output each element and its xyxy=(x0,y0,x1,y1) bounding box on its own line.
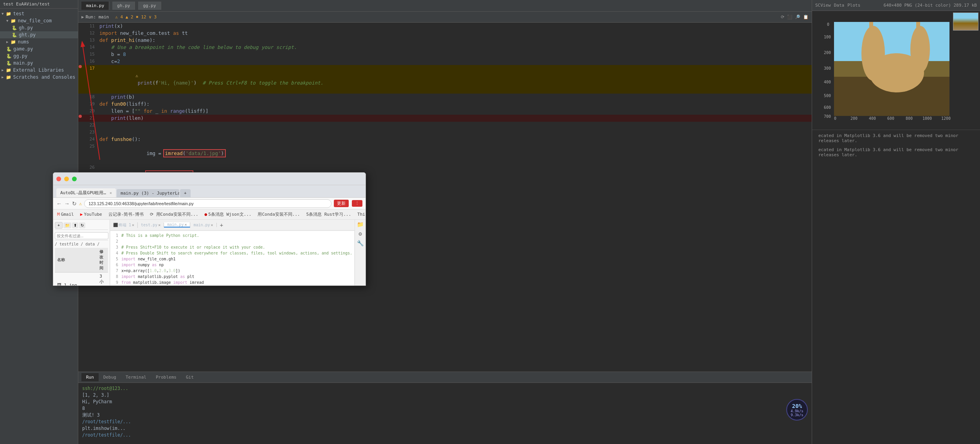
jupyter-upload-btn[interactable]: ⬆ xyxy=(72,222,78,228)
svg-text:200: 200 xyxy=(824,51,831,55)
jupyter-add-tab-btn[interactable]: + xyxy=(217,222,226,228)
jupyter-tabs: + 📁 ⬆ ↻ xyxy=(55,221,108,230)
expand-arrow: ▼ xyxy=(2,12,4,16)
lc-24: def funshoe(): xyxy=(98,136,812,143)
more-btn[interactable]: ⋮ xyxy=(352,200,362,207)
code-line-15: 15 b = 8 xyxy=(78,51,812,58)
jcode-3: 3# Press Shift+F10 to execute it or repl… xyxy=(112,244,353,250)
tree-item-scratches[interactable]: ▶ 📁 Scratches and Consoles xyxy=(0,74,78,81)
tab-main-py[interactable]: main.py xyxy=(81,2,109,10)
browser-min-btn[interactable] xyxy=(64,177,69,181)
tree-item-game[interactable]: 🐍 game.py xyxy=(0,45,78,52)
py-icon-4: 🐍 xyxy=(6,54,12,59)
browser-tab-label-2: main.py (3) - JupyterLab xyxy=(121,191,179,196)
browser-window: AutoDL-晶晨GPU租用平台-毕... ✕ main.py (3) - Ju… xyxy=(53,172,366,286)
jcode-6: 6import numpy as np xyxy=(112,262,353,268)
bookmark-yunjilu-label: 云记录-简书-博书 xyxy=(108,211,144,217)
jupyter-new-btn[interactable]: + xyxy=(55,222,63,229)
jupyter-tab-mainpy2[interactable]: main.py ✕ xyxy=(190,223,216,227)
bookmark-conda[interactable]: ⟳ 用Conda安装不同... xyxy=(148,211,200,218)
lc-18: print(b) xyxy=(98,94,812,101)
tree-item-test[interactable]: ▼ 📁 test xyxy=(0,10,78,17)
browser-tab-new[interactable]: + xyxy=(180,189,191,197)
bookmark-5msg[interactable]: ● 5条消息 Wjson文... xyxy=(203,211,253,218)
tree-label-10: Scratches and Consoles xyxy=(13,74,75,80)
image-info: 640×480 PNG (24-bit color) 289.17 kB xyxy=(884,3,977,8)
term-tab-run[interactable]: Run xyxy=(81,373,99,381)
code-line-19: 19 def fun00(lisff): xyxy=(78,101,812,108)
jupyter-tab-mainpy1[interactable]: main.py ✕ xyxy=(164,222,190,227)
jupyter-tab-terminal[interactable]: ⬛ 终端 1 ✕ xyxy=(110,222,138,228)
jcode-4: 4# Press Double Shift to search everywhe… xyxy=(112,250,353,256)
terminal-line-3: Hi, PyCharm xyxy=(82,399,808,405)
svg-text:300: 300 xyxy=(824,66,831,70)
terminal-line-6: /root/testfile/... xyxy=(82,419,808,425)
bookmark-conda2[interactable]: 用Conda安装不同... xyxy=(256,211,301,218)
jupyter-icon-2[interactable]: ⚙ xyxy=(358,231,362,237)
svg-text:1000: 1000 xyxy=(922,116,932,121)
tree-item-external-libs[interactable]: ▶ 📁 External Libraries xyxy=(0,67,78,74)
nav-refresh-btn[interactable]: ↻ xyxy=(72,200,77,207)
jupyter-folder-btn[interactable]: 📁 xyxy=(63,222,71,228)
bookmark-5msg-label: 5条消息 Wjson文... xyxy=(208,211,251,217)
browser-tab-jupyter[interactable]: main.py (3) - JupyterLab ✕ xyxy=(117,189,179,197)
term-tab-terminal[interactable]: Terminal xyxy=(121,373,151,381)
lc-15: b = 8 xyxy=(98,51,812,58)
tree-item-nums[interactable]: ▶ 📁 nums xyxy=(0,38,78,45)
code-line-11: 11 print(x) xyxy=(78,23,812,30)
jupyter-tab-terminal-close[interactable]: ✕ xyxy=(132,223,134,227)
lc-25: img = imread('data/1.jpg') xyxy=(98,143,812,164)
tab-gh-py[interactable]: gh.py xyxy=(112,2,135,10)
code-line-18: 18 print(b) xyxy=(78,94,812,101)
jupyter-icon-3[interactable]: 🔧 xyxy=(357,240,364,246)
bookmark-package[interactable]: This package requ... xyxy=(356,211,366,218)
term-tab-problems[interactable]: Problems xyxy=(151,373,181,381)
bookmark-youtube-label: YouTube xyxy=(84,212,102,217)
code-line-13: 13 def print_hi(name): xyxy=(78,37,812,44)
gmail-icon: M xyxy=(57,212,60,217)
svg-text:0: 0 xyxy=(834,116,836,121)
expand-arrow-3: ▶ xyxy=(6,40,8,44)
browser-max-btn[interactable] xyxy=(72,177,77,181)
nav-back-btn[interactable]: ← xyxy=(56,200,62,207)
data-label: Data xyxy=(834,3,845,8)
jupyter-icon-1[interactable]: 📁 xyxy=(357,221,364,227)
tree-item-gh[interactable]: 🐍 gh.py xyxy=(0,24,78,31)
msg-icon: ● xyxy=(205,212,207,217)
jupyter-tab-testpy-label: test.py xyxy=(141,223,157,227)
jupyter-search-input[interactable] xyxy=(55,232,108,239)
tree-item-ght[interactable]: 🐍 ght.py xyxy=(0,31,78,38)
bookmark-youtube[interactable]: ▶ YouTube xyxy=(79,211,104,218)
nav-forward-btn[interactable]: → xyxy=(64,200,70,207)
bookmark-rust[interactable]: 5条消息 Rust学习... xyxy=(304,211,353,218)
jcode-8: 8import matplotlib.pyplot as plt xyxy=(112,274,353,280)
address-input[interactable] xyxy=(84,199,331,208)
ln-21: 21 xyxy=(82,115,98,122)
term-tab-debug[interactable]: Debug xyxy=(99,373,121,381)
jupyter-tab-testpy[interactable]: test.py ✕ xyxy=(138,223,164,227)
jupyter-tab-mainpy1-close[interactable]: ✕ xyxy=(184,222,187,227)
warning-text-2: ecated in Matplotlib 3.6 and will be rem… xyxy=(812,146,980,158)
ln-23: 23 xyxy=(82,129,98,136)
browser-close-btn[interactable] xyxy=(56,177,61,181)
browser-tab-close-1[interactable]: ✕ xyxy=(110,191,112,195)
tree-item-gg[interactable]: 🐍 gg.py xyxy=(0,52,78,60)
code-line-22: 22 xyxy=(78,122,812,129)
tree-item-new-file-com[interactable]: ▼ 📁 new_file_com xyxy=(0,17,78,24)
jupyter-refresh-btn[interactable]: ↻ xyxy=(79,222,85,228)
jupyter-tab-mainpy2-close[interactable]: ✕ xyxy=(211,223,213,227)
file-modified-jpg: 3小时前 xyxy=(97,273,108,286)
run-config-label: ▶ xyxy=(81,14,84,20)
tab-gg-py[interactable]: gg.py xyxy=(138,2,161,10)
browser-tab-autodl[interactable]: AutoDL-晶晨GPU租用平台-毕... ✕ xyxy=(56,188,116,197)
file-row-jpg[interactable]: 🖼 1.jpg 3小时前 xyxy=(55,273,108,286)
jupyter-tab-testpy-close[interactable]: ✕ xyxy=(158,223,160,227)
security-warning-icon: ⚠ xyxy=(79,201,82,206)
jupyter-code-content: 1# This is a sample Python script. 2 3# … xyxy=(110,231,355,285)
bookmark-yunjilu[interactable]: 云记录-简书-博书 xyxy=(107,211,145,218)
py-icon: 🐍 xyxy=(12,25,17,31)
term-tab-git[interactable]: Git xyxy=(181,373,198,381)
refresh-btn[interactable]: 更新 xyxy=(334,200,349,207)
tree-item-main[interactable]: 🐍 main.py xyxy=(0,60,78,67)
bookmark-gmail[interactable]: M Gmail xyxy=(56,211,76,218)
